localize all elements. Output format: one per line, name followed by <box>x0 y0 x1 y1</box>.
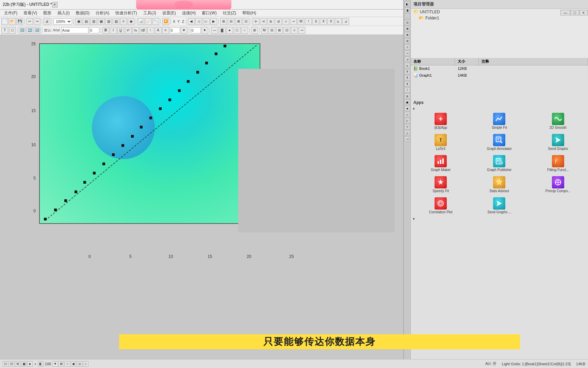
tb2-val2[interactable] <box>191 27 201 33</box>
rt-btn-10[interactable]: ⊿ <box>405 57 410 62</box>
tb2-val1[interactable] <box>170 27 180 33</box>
tb2-1[interactable]: T <box>1 27 8 34</box>
menu-graph[interactable]: 图形 <box>40 10 54 17</box>
tb2-italic[interactable]: I <box>110 27 117 34</box>
menu-analysis[interactable]: 分析(A) <box>93 10 112 17</box>
rt-btn-15[interactable]: ⊺ <box>405 87 410 93</box>
status-tool-4[interactable]: ▣ <box>21 361 27 367</box>
tb-b5[interactable]: ▧ <box>105 18 112 25</box>
tb-nav3[interactable]: ▷ <box>203 18 210 25</box>
apps-scroll-up[interactable]: ▲ <box>412 106 415 110</box>
tb-b3[interactable]: ▥ <box>90 18 97 25</box>
status-tool-2[interactable]: ⊟ <box>9 361 14 367</box>
tb2-merge1[interactable]: ⊟ <box>268 27 275 34</box>
rt-btn-11[interactable]: ⊾ <box>405 63 410 68</box>
tb-misc2[interactable]: ⊟ <box>228 18 234 25</box>
tb-misc3[interactable]: ⊠ <box>235 18 242 25</box>
status-tool-11[interactable]: ◎ <box>77 361 82 367</box>
rt-btn-20[interactable]: ▷ <box>405 118 410 123</box>
rt-btn-5[interactable]: ⊠ <box>405 26 410 31</box>
app-2d-smooth[interactable]: 2D Smooth <box>529 111 587 131</box>
tb2-col[interactable]: ≡ <box>162 27 169 34</box>
tb2-merge2[interactable]: ⊠ <box>276 27 283 34</box>
tb-chart3[interactable]: 📉 <box>152 18 159 25</box>
tb2-2[interactable]: ⬡ <box>9 27 16 34</box>
corner-close[interactable]: × <box>579 10 588 15</box>
app-latex[interactable]: T LaTeX <box>412 133 469 152</box>
app-speedy-fit[interactable]: Speedy Fit <box>412 175 469 195</box>
tb2-merge3[interactable]: ⊡ <box>283 27 290 34</box>
app-graph-publisher[interactable]: Graph Publisher <box>471 154 528 173</box>
app-send-graphs-2[interactable]: Send Graphs ... <box>471 196 528 216</box>
tb-chart2[interactable]: 📈 <box>145 18 152 25</box>
app-graph-maker[interactable]: Graph Maker <box>412 154 469 173</box>
tb-misc1[interactable]: ⊞ <box>220 18 227 25</box>
font-family-input[interactable] <box>61 27 88 33</box>
rt-btn-3[interactable]: ⬚ <box>405 14 410 19</box>
toolbar-open[interactable]: 📂 <box>9 18 16 25</box>
tb-misc4[interactable]: ⊡ <box>243 18 249 25</box>
tree-item-folder1[interactable]: 📂 Folder1 <box>411 15 588 21</box>
tb-end11[interactable]: ⊽ <box>327 18 334 25</box>
menu-tools[interactable]: 工具(J) <box>141 10 159 17</box>
tb-b8[interactable]: ◉ <box>128 18 134 25</box>
tb2-arrow[interactable]: ↑ <box>147 27 154 34</box>
rt-btn-21[interactable]: ▽ <box>405 124 410 129</box>
menu-insert[interactable]: 插入(I) <box>55 10 72 17</box>
menu-data[interactable]: 数据(D) <box>73 10 93 17</box>
rt-btn-22[interactable]: △ <box>405 130 410 136</box>
corner-maximize[interactable]: □ <box>571 10 579 15</box>
app-graph-annotator[interactable]: Graph Annotator <box>471 133 528 152</box>
file-row-book1[interactable]: 📗 Book1 12KB <box>411 65 588 72</box>
tb-chart1[interactable]: 📊 <box>137 18 144 25</box>
app-add[interactable]: + 添加App <box>412 111 469 131</box>
tb2-table[interactable]: ⊹ <box>291 27 298 34</box>
rt-btn-13[interactable]: ⊼ <box>405 75 410 80</box>
rt-btn-23[interactable]: ◁ <box>405 136 410 142</box>
tb-end5[interactable]: ⊹ <box>282 18 289 25</box>
graph-plot[interactable] <box>39 43 260 224</box>
menu-file[interactable]: 文件(F) <box>1 10 20 17</box>
status-tool-10[interactable]: ◉ <box>71 361 76 367</box>
status-tool-3[interactable]: ⊞ <box>15 361 20 367</box>
tb2-5[interactable]: 🔡 <box>34 27 40 34</box>
tb-nav1[interactable]: ◀ <box>188 18 195 25</box>
corner-minimize[interactable]: — <box>560 10 570 15</box>
tb-end13[interactable]: ⊿ <box>342 18 349 25</box>
tb-end8[interactable]: ⊺ <box>305 18 312 25</box>
status-tool-9[interactable]: ⊹ <box>65 361 70 367</box>
rt-btn-18[interactable]: ◈ <box>405 106 410 111</box>
rt-btn-2[interactable]: ◨ <box>405 7 410 13</box>
font-size-input[interactable] <box>89 27 99 33</box>
toolbar-redo[interactable]: ↪ <box>34 18 40 25</box>
tb2-grid[interactable]: ⊞ <box>251 27 258 34</box>
tb2-alpha[interactable]: αβ <box>140 27 147 34</box>
tb2-4[interactable]: 🔤 <box>26 27 33 34</box>
tb-nav4[interactable]: ▶ <box>210 18 217 25</box>
toolbar-save[interactable]: 💾 <box>16 18 23 25</box>
tb2-pt[interactable]: ● <box>226 27 233 34</box>
tb2-fill[interactable]: ▓ <box>219 27 226 34</box>
status-tool-8[interactable]: ⊠ <box>59 361 64 367</box>
rt-btn-16[interactable]: ⊵ <box>405 93 410 99</box>
rt-btn-1[interactable]: ◧ <box>405 1 410 7</box>
tb-b2[interactable]: ▤ <box>83 18 89 25</box>
apps-scroll-down[interactable]: ▼ <box>412 217 415 221</box>
menu-settings[interactable]: 设置(E) <box>160 10 179 17</box>
menu-quick[interactable]: 快速分析(T) <box>113 10 140 17</box>
tb-end6[interactable]: ⊸ <box>290 18 297 25</box>
menu-connect[interactable]: 连接(H) <box>179 10 199 17</box>
tb-end9[interactable]: ⊻ <box>312 18 319 25</box>
toolbar-undo[interactable]: ↩ <box>26 18 33 25</box>
rt-btn-7[interactable]: ⊟ <box>405 38 410 44</box>
tb2-ptclr[interactable]: ⬡ <box>234 27 241 34</box>
tb-filter[interactable]: 🔽 <box>162 18 169 25</box>
tb-b4[interactable]: ▦ <box>98 18 104 25</box>
tb-end10[interactable]: ⊼ <box>320 18 327 25</box>
menu-window[interactable]: 窗口(W) <box>199 10 219 17</box>
app-stats-advisor[interactable]: Stats Advisor <box>471 175 528 195</box>
file-row-graph1[interactable]: 📊 Graph1 14KB <box>411 72 588 79</box>
menu-social[interactable]: 社交(Z) <box>220 10 239 17</box>
tb-end3[interactable]: ⊵ <box>267 18 274 25</box>
tb2-ptsize[interactable]: ○ <box>241 27 248 34</box>
